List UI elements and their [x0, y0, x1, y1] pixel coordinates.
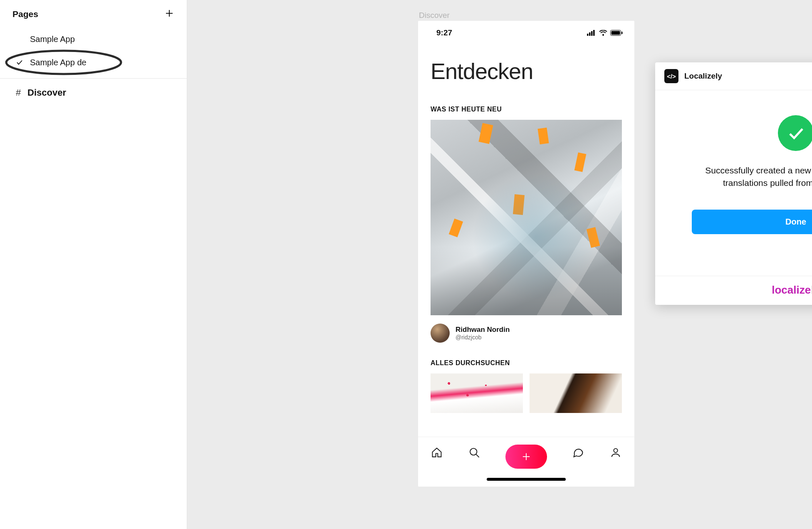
profile-icon[interactable] [609, 446, 622, 459]
svg-point-7 [602, 34, 604, 36]
success-check-icon [778, 115, 812, 151]
pages-panel: Pages Sample App Sample App de # Discove… [0, 0, 187, 529]
page-item-label: Sample App [27, 35, 75, 44]
localizely-logo-icon: </> [664, 69, 678, 83]
canvas[interactable]: Discover 9:27 [187, 0, 812, 529]
svg-rect-3 [587, 34, 589, 36]
home-indicator [487, 478, 566, 481]
author-block[interactable]: Ridhwan Nordin @ridzjcob [418, 315, 634, 347]
hero-image [431, 120, 622, 315]
svg-rect-10 [621, 32, 623, 34]
svg-point-15 [614, 449, 617, 452]
svg-line-12 [476, 455, 479, 457]
frame-label[interactable]: Discover [419, 11, 450, 20]
cellular-icon [587, 30, 596, 36]
page-title: Entdecken [418, 42, 634, 93]
author-name: Ridhwan Nordin [456, 326, 510, 334]
section-browse-all: ALLES DURCHSUCHEN [418, 347, 634, 373]
author-handle: @ridzjcob [456, 334, 510, 341]
home-icon[interactable] [431, 446, 443, 459]
brand-main: localize [772, 284, 811, 296]
status-bar: 9:27 [418, 21, 634, 42]
modal-message-text: translations pulled from the Localizely [723, 178, 812, 188]
section-whats-new: WAS IST HEUTE NEU [418, 93, 634, 120]
wifi-icon [599, 30, 607, 36]
svg-rect-9 [611, 31, 620, 35]
thumbnail[interactable] [530, 373, 622, 413]
thumbnail-row [418, 373, 634, 413]
svg-rect-5 [591, 31, 593, 36]
modal-footer: localizely [655, 276, 812, 305]
svg-rect-6 [593, 30, 595, 36]
add-button[interactable] [505, 445, 547, 469]
thumbnail[interactable] [431, 373, 523, 413]
pages-heading: Pages [12, 9, 38, 19]
check-icon [16, 59, 27, 66]
modal-message-text: Successfully created a new page with [705, 166, 812, 175]
frame-item-label: Discover [24, 87, 66, 98]
add-page-button[interactable] [164, 8, 174, 20]
search-icon[interactable] [468, 446, 480, 459]
page-item-sample-app-de[interactable]: Sample App de [0, 51, 187, 74]
divider [0, 78, 187, 79]
page-item-sample-app[interactable]: Sample App [0, 27, 187, 51]
svg-rect-4 [589, 32, 591, 36]
page-item-label: Sample App de [27, 58, 87, 67]
plus-icon [164, 8, 174, 18]
modal-title: Localizely [684, 72, 722, 81]
frame-icon: # [12, 87, 24, 98]
chat-icon[interactable] [572, 446, 584, 459]
localizely-wordmark: localizely [772, 284, 812, 296]
tab-bar [418, 437, 634, 487]
avatar [431, 324, 450, 343]
localizely-modal: </> Localizely Successfully created a ne… [655, 62, 812, 305]
battery-icon [610, 30, 623, 36]
phone-frame-discover[interactable]: 9:27 [418, 21, 634, 487]
frame-item-discover[interactable]: # Discover [0, 80, 187, 105]
modal-message: Successfully created a new page with Ger… [696, 164, 812, 190]
status-time: 9:27 [436, 28, 452, 37]
svg-point-11 [470, 448, 477, 455]
done-button[interactable]: Done [692, 210, 812, 234]
